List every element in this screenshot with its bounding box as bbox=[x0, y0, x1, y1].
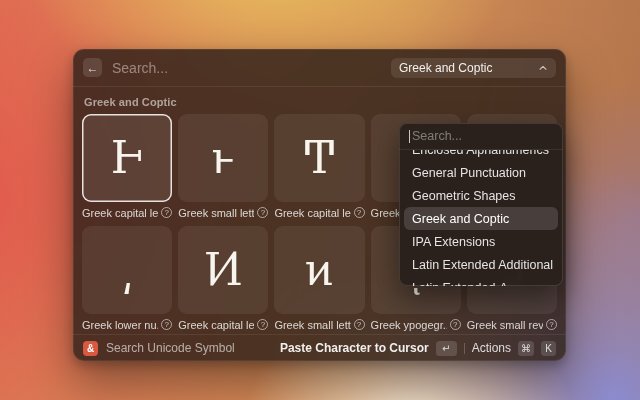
char-tile[interactable]: Ͳ bbox=[274, 114, 364, 202]
help-icon[interactable]: ? bbox=[161, 207, 172, 218]
char-tile[interactable]: Ͷ bbox=[178, 226, 268, 314]
footer-divider bbox=[464, 343, 465, 354]
char-label-row: Greek capital le... ? bbox=[82, 206, 172, 219]
char-cell: ͷ Greek small lett... ? bbox=[274, 226, 364, 331]
extension-icon: & bbox=[83, 341, 98, 356]
help-icon[interactable]: ? bbox=[257, 319, 268, 330]
char-cell: Ͱ Greek capital le... ? bbox=[82, 114, 172, 219]
unicode-search-window: ← Search... Greek and Coptic Greek and C… bbox=[73, 49, 566, 361]
char-label: Greek capital le... bbox=[82, 207, 158, 219]
dropdown-item-greek-and-coptic[interactable]: Greek and Coptic bbox=[404, 207, 558, 230]
char-tile[interactable]: ͵ bbox=[82, 226, 172, 314]
block-selector-value: Greek and Coptic bbox=[399, 61, 492, 75]
char-glyph: Ͷ bbox=[204, 248, 243, 292]
back-arrow-icon: ← bbox=[87, 61, 99, 75]
char-label: Greek small lett... bbox=[274, 319, 350, 331]
char-tile-selected[interactable]: Ͱ bbox=[82, 114, 172, 202]
dropdown-item-enclosed-alphanumerics[interactable]: Enclosed Alphanumerics bbox=[404, 150, 558, 161]
help-icon[interactable]: ? bbox=[161, 319, 172, 330]
cmd-key-badge: ⌘ bbox=[518, 341, 534, 356]
dropdown-search-input[interactable]: Search... bbox=[399, 123, 563, 150]
char-cell: Ͷ Greek capital le... ? bbox=[178, 226, 268, 331]
char-label-row: Greek ypogegr... ? bbox=[371, 318, 461, 331]
char-label: Greek capital le... bbox=[274, 207, 350, 219]
footer-bar: & Search Unicode Symbol Paste Character … bbox=[73, 334, 566, 361]
char-glyph: ͵ bbox=[121, 248, 133, 292]
paste-character-action[interactable]: Paste Character to Cursor bbox=[280, 341, 429, 355]
char-glyph: ͷ bbox=[305, 248, 334, 292]
help-icon[interactable]: ? bbox=[354, 207, 365, 218]
help-icon[interactable]: ? bbox=[546, 319, 557, 330]
char-label-row: Greek small lett... ? bbox=[178, 206, 268, 219]
footer-actions: Paste Character to Cursor ↵ Actions ⌘ K bbox=[280, 341, 556, 356]
char-cell: Ͳ Greek capital le... ? bbox=[274, 114, 364, 219]
block-selector-button[interactable]: Greek and Coptic bbox=[391, 58, 556, 78]
k-key-badge: K bbox=[541, 341, 556, 356]
char-label: Greek ypogegr... bbox=[371, 319, 447, 331]
char-cell: ͵ Greek lower nu... ? bbox=[82, 226, 172, 331]
char-label-row: Greek capital le... ? bbox=[274, 206, 364, 219]
chevron-up-icon bbox=[538, 63, 548, 73]
dropdown-item-ipa-extensions[interactable]: IPA Extensions bbox=[404, 230, 558, 253]
char-label-row: Greek capital le... ? bbox=[178, 318, 268, 331]
text-caret bbox=[409, 130, 410, 143]
char-glyph: Ͳ bbox=[305, 136, 334, 180]
char-label: Greek lower nu... bbox=[82, 319, 158, 331]
help-icon[interactable]: ? bbox=[354, 319, 365, 330]
char-glyph: Ͱ bbox=[111, 136, 144, 180]
dropdown-item-latin-extended-a[interactable]: Latin Extended-A bbox=[404, 276, 558, 286]
back-button[interactable]: ← bbox=[83, 58, 102, 77]
dropdown-item-latin-extended-additional[interactable]: Latin Extended Additional bbox=[404, 253, 558, 276]
search-input[interactable]: Search... bbox=[112, 60, 391, 76]
dropdown-item-geometric-shapes[interactable]: Geometric Shapes bbox=[404, 184, 558, 207]
char-tile[interactable]: ͷ bbox=[274, 226, 364, 314]
char-label-row: Greek small lett... ? bbox=[274, 318, 364, 331]
char-label: Greek small rev... bbox=[467, 319, 543, 331]
return-key-badge: ↵ bbox=[436, 341, 457, 356]
dropdown-item-general-punctuation[interactable]: General Punctuation bbox=[404, 161, 558, 184]
help-icon[interactable]: ? bbox=[257, 207, 268, 218]
dropdown-list: Enclosed Alphanumerics General Punctuati… bbox=[404, 150, 558, 286]
actions-button[interactable]: Actions bbox=[472, 341, 511, 355]
window-header: ← Search... Greek and Coptic bbox=[73, 49, 566, 87]
dropdown-search-placeholder: Search... bbox=[412, 129, 462, 143]
extension-name: Search Unicode Symbol bbox=[106, 341, 235, 355]
char-label-row: Greek lower nu... ? bbox=[82, 318, 172, 331]
block-dropdown-panel: Search... Enclosed Alphanumerics General… bbox=[399, 123, 563, 286]
dropdown-list-viewport: Enclosed Alphanumerics General Punctuati… bbox=[399, 150, 563, 286]
char-tile[interactable]: ͱ bbox=[178, 114, 268, 202]
char-label: Greek small lett... bbox=[178, 207, 254, 219]
char-label-row: Greek small rev... ? bbox=[467, 318, 557, 331]
help-icon[interactable]: ? bbox=[450, 319, 461, 330]
char-label: Greek capital le... bbox=[178, 319, 254, 331]
results-area: Greek and Coptic Ͱ Greek capital le... ?… bbox=[73, 87, 566, 334]
char-glyph: ͱ bbox=[212, 136, 235, 180]
char-cell: ͱ Greek small lett... ? bbox=[178, 114, 268, 219]
section-title: Greek and Coptic bbox=[84, 96, 557, 108]
